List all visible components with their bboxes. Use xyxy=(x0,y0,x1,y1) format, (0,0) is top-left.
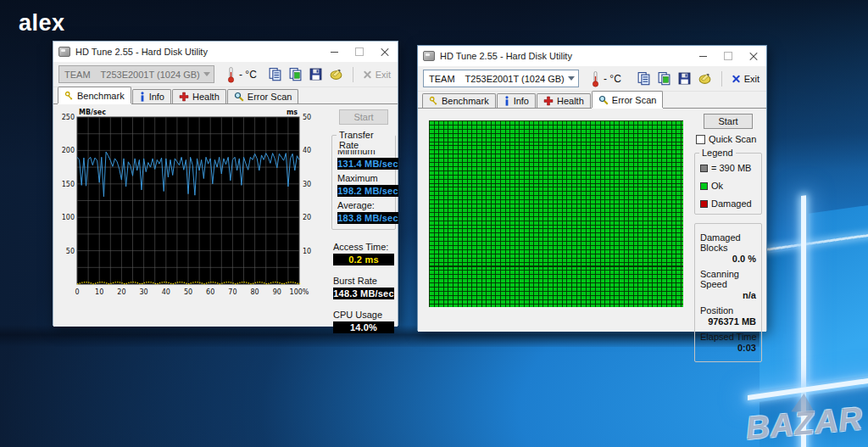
tab-health[interactable]: Health xyxy=(172,89,226,103)
titlebar[interactable]: HD Tune 2.55 - Hard Disk Utility xyxy=(418,46,766,66)
tab-info[interactable]: Info xyxy=(132,89,171,103)
maximize-button[interactable] xyxy=(715,46,741,66)
svg-text:100: 100 xyxy=(62,214,75,221)
thermometer-icon xyxy=(226,66,236,83)
key-icon xyxy=(429,96,438,106)
temperature-readout: - °C xyxy=(591,70,621,87)
toolbar: TEAM T253E2001T (1024 GB) - °C xyxy=(53,62,398,87)
svg-text:30: 30 xyxy=(140,288,148,296)
drive-selector[interactable]: TEAM T253E2001T (1024 GB) xyxy=(58,65,214,83)
tab-error-scan[interactable]: Error Scan xyxy=(592,91,664,108)
drive-selector[interactable]: TEAM T253E2001T (1024 GB) xyxy=(423,70,579,87)
ok-label: Ok xyxy=(711,181,723,191)
svg-text:200: 200 xyxy=(62,147,75,154)
toolbar-separator xyxy=(353,67,353,82)
start-button[interactable]: Start xyxy=(704,114,753,129)
options-icon[interactable] xyxy=(329,67,343,81)
save-icon[interactable] xyxy=(677,71,692,86)
exit-x-icon xyxy=(732,74,741,83)
cpu-usage-label: CPU Usage xyxy=(333,310,396,320)
drive-selector-value: TEAM T253E2001T (1024 GB) xyxy=(64,70,200,80)
ok-swatch xyxy=(700,182,708,190)
scanning-speed-label: Scanning Speed xyxy=(700,269,758,289)
copy-screenshot-icon[interactable] xyxy=(657,71,671,86)
tab-health[interactable]: Health xyxy=(537,93,591,108)
position-value: 976371 MB xyxy=(698,316,756,327)
minimize-button[interactable] xyxy=(690,46,715,66)
svg-text:60: 60 xyxy=(206,288,214,296)
benchmark-side-panel: Start Transfer Rate Minimum 131.4 MB/sec… xyxy=(331,108,396,333)
tab-label: Info xyxy=(149,92,164,102)
close-button[interactable] xyxy=(372,42,398,62)
tab-benchmark[interactable]: Benchmark xyxy=(58,87,131,103)
window-title: HD Tune 2.55 - Hard Disk Utility xyxy=(440,51,690,61)
start-button[interactable]: Start xyxy=(339,109,388,125)
options-icon[interactable] xyxy=(698,71,712,86)
info-icon xyxy=(504,96,510,106)
scan-stats-groupbox: Damaged Blocks 0.0 % Scanning Speed n/a … xyxy=(694,223,762,362)
damaged-blocks-label: Damaged Blocks xyxy=(700,232,758,253)
svg-text:20: 20 xyxy=(303,214,311,221)
damaged-label: Damaged xyxy=(711,198,752,209)
svg-text:10: 10 xyxy=(95,288,103,296)
maximum-label: Maximum xyxy=(337,173,392,183)
svg-text:40: 40 xyxy=(162,288,170,296)
close-button[interactable] xyxy=(741,46,766,66)
svg-text:ms: ms xyxy=(287,109,298,116)
transfer-rate-groupbox: Transfer Rate Minimum 131.4 MB/sec Maxim… xyxy=(331,135,396,230)
titlebar[interactable]: HD Tune 2.55 - Hard Disk Utility xyxy=(53,42,398,62)
error-scan-side-panel: Start Quick Scan Legend = 390 MB Ok Dama… xyxy=(694,112,762,362)
exit-button[interactable]: Exit xyxy=(363,70,392,80)
access-time-label: Access Time: xyxy=(333,242,396,252)
svg-text:50: 50 xyxy=(184,288,192,296)
position-label: Position xyxy=(700,305,758,316)
shopping-bag-icon xyxy=(791,393,815,412)
svg-text:100%: 100% xyxy=(290,288,309,296)
copy-text-icon[interactable] xyxy=(268,67,282,81)
error-scan-content: Start Quick Scan Legend = 390 MB Ok Dama… xyxy=(418,109,766,332)
svg-text:20: 20 xyxy=(117,288,125,296)
svg-text:150: 150 xyxy=(62,181,75,188)
save-icon[interactable] xyxy=(309,67,323,81)
quick-scan-label: Quick Scan xyxy=(709,134,756,144)
windows-logo-pane xyxy=(809,205,868,383)
svg-text:0: 0 xyxy=(75,288,79,296)
quick-scan-checkbox[interactable] xyxy=(696,135,705,144)
hdtune-errorscan-window: HD Tune 2.55 - Hard Disk Utility TEAM T2… xyxy=(417,45,767,331)
legend-groupbox: Legend = 390 MB Ok Damaged xyxy=(694,153,762,215)
app-icon xyxy=(423,51,435,61)
svg-text:250: 250 xyxy=(62,114,75,121)
groupbox-title: Legend xyxy=(699,148,736,158)
app-icon xyxy=(58,47,70,57)
exit-x-icon xyxy=(363,70,372,79)
tab-strip: Benchmark Info Health Error Scan xyxy=(418,92,766,109)
maximize-button[interactable] xyxy=(347,42,372,62)
temperature-value: - °C xyxy=(239,69,257,81)
key-icon xyxy=(64,91,74,101)
chevron-down-icon xyxy=(568,76,575,81)
desktop-username: alex xyxy=(19,10,65,36)
toolbar: TEAM T253E2001T (1024 GB) - °C xyxy=(418,66,766,92)
block-size-label: = 390 MB xyxy=(711,163,751,173)
hdtune-benchmark-window: HD Tune 2.55 - Hard Disk Utility TEAM T2… xyxy=(53,41,398,326)
benchmark-chart: MB/secms50100150200250102030405001020304… xyxy=(55,106,330,315)
copy-screenshot-icon[interactable] xyxy=(288,67,303,81)
tab-info[interactable]: Info xyxy=(497,93,536,108)
chevron-down-icon xyxy=(203,72,210,76)
svg-text:80: 80 xyxy=(251,288,259,296)
tab-label: Health xyxy=(557,96,584,106)
copy-text-icon[interactable] xyxy=(637,71,651,86)
info-icon xyxy=(139,92,146,102)
svg-text:40: 40 xyxy=(303,147,311,154)
tab-benchmark[interactable]: Benchmark xyxy=(422,93,496,108)
temperature-readout: - °C xyxy=(226,66,257,83)
exit-button[interactable]: Exit xyxy=(732,74,761,84)
cpu-usage-value: 14.0% xyxy=(333,321,394,333)
tab-error-scan[interactable]: Error Scan xyxy=(227,89,299,103)
tab-label: Error Scan xyxy=(612,95,657,105)
svg-text:50: 50 xyxy=(66,248,75,255)
tab-label: Benchmark xyxy=(442,96,489,106)
minimize-button[interactable] xyxy=(321,42,347,62)
temperature-value: - °C xyxy=(604,73,621,85)
svg-text:10: 10 xyxy=(303,248,311,255)
